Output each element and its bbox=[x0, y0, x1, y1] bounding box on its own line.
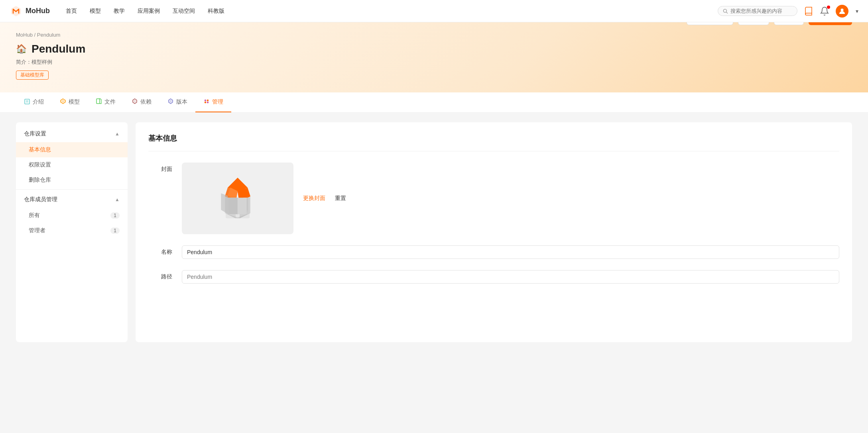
sidebar-section-members: 仓库成员管理 ▲ 所有 1 管理者 1 bbox=[16, 191, 128, 238]
book-icon bbox=[804, 6, 813, 16]
svg-point-18 bbox=[205, 100, 206, 101]
tab-manage-icon bbox=[203, 98, 210, 106]
page-description: 简介：模型样例 bbox=[16, 59, 85, 66]
breadcrumb: MoHub / Pendulum bbox=[16, 32, 852, 38]
logo-text: MoHub bbox=[26, 7, 50, 15]
path-input[interactable] bbox=[182, 270, 839, 284]
svg-point-7 bbox=[841, 8, 844, 11]
svg-marker-17 bbox=[169, 100, 172, 103]
breadcrumb-parent[interactable]: MoHub bbox=[16, 32, 33, 38]
nav-teaching[interactable]: 教学 bbox=[114, 8, 125, 15]
name-content bbox=[182, 245, 839, 259]
main-content: 仓库设置 ▲ 基本信息 权限设置 删除仓库 仓库成员管理 ▲ 所有 bbox=[0, 113, 868, 352]
name-form-row: 名称 bbox=[148, 245, 839, 259]
search-icon bbox=[723, 8, 728, 14]
page-title: Pendulum bbox=[31, 43, 85, 55]
cover-label: 封面 bbox=[148, 163, 172, 173]
sidebar-item-admins[interactable]: 管理者 1 bbox=[16, 223, 128, 238]
model-tag: 基础模型库 bbox=[16, 71, 49, 80]
search-box[interactable] bbox=[718, 6, 797, 16]
svg-marker-34 bbox=[221, 193, 228, 214]
svg-marker-12 bbox=[61, 100, 65, 103]
svg-rect-13 bbox=[96, 99, 100, 104]
nav-edu[interactable]: 科教版 bbox=[208, 8, 224, 15]
avatar-icon bbox=[838, 7, 846, 15]
header-right: ▾ bbox=[718, 5, 858, 18]
sidebar-section-repo-settings-header[interactable]: 仓库设置 ▲ bbox=[16, 125, 128, 142]
cover-image bbox=[182, 163, 293, 234]
cover-change-link[interactable]: 更换封面 bbox=[303, 195, 325, 202]
tab-deps[interactable]: 依赖 bbox=[124, 92, 159, 112]
name-label: 名称 bbox=[148, 245, 172, 256]
svg-point-19 bbox=[207, 100, 209, 101]
tab-model-icon bbox=[60, 98, 66, 106]
sidebar-item-all-members[interactable]: 所有 1 bbox=[16, 208, 128, 223]
sidebar-section-repo-settings: 仓库设置 ▲ 基本信息 权限设置 删除仓库 bbox=[16, 125, 128, 188]
page-title-row: 🏠 Pendulum bbox=[16, 43, 85, 55]
cover-reset-link[interactable]: 重置 bbox=[335, 195, 346, 202]
hero-section: MoHub / Pendulum 🏠 Pendulum 简介：模型样例 基础模型… bbox=[0, 22, 868, 92]
section-divider bbox=[148, 151, 839, 151]
admins-count-badge: 1 bbox=[110, 227, 120, 234]
tab-version[interactable]: 版本 bbox=[159, 92, 195, 112]
header: MoHub 首页 模型 教学 应用案例 互动空间 科教版 bbox=[0, 0, 868, 22]
tab-intro[interactable]: 介绍 bbox=[16, 92, 52, 112]
tab-model[interactable]: 模型 bbox=[52, 92, 88, 112]
cover-actions: 更换封面 重置 bbox=[303, 195, 346, 202]
basic-info-title: 基本信息 bbox=[148, 133, 839, 143]
nav-interactive[interactable]: 互动空间 bbox=[173, 8, 195, 15]
cover-form-row: 封面 bbox=[148, 163, 839, 234]
tab-manage[interactable]: 管理 bbox=[195, 92, 231, 112]
nav-cases[interactable]: 应用案例 bbox=[138, 8, 160, 15]
avatar[interactable] bbox=[836, 5, 848, 18]
mohub-logo-icon bbox=[10, 5, 22, 18]
svg-marker-15 bbox=[134, 100, 136, 103]
breadcrumb-separator: / bbox=[34, 32, 37, 38]
sidebar-item-basic-info[interactable]: 基本信息 bbox=[16, 142, 128, 157]
avatar-dropdown-arrow[interactable]: ▾ bbox=[856, 8, 858, 14]
svg-rect-33 bbox=[228, 198, 238, 214]
nav-model[interactable]: 模型 bbox=[90, 8, 101, 15]
sidebar: 仓库设置 ▲ 基本信息 权限设置 删除仓库 仓库成员管理 ▲ 所有 bbox=[16, 122, 128, 342]
sidebar-item-permissions[interactable]: 权限设置 bbox=[16, 157, 128, 172]
logo-area[interactable]: MoHub bbox=[10, 5, 50, 18]
tabs-bar: 介绍 模型 文件 依赖 bbox=[0, 92, 868, 113]
search-input[interactable] bbox=[730, 8, 792, 14]
tab-files[interactable]: 文件 bbox=[88, 92, 124, 112]
tab-deps-icon bbox=[132, 98, 138, 106]
svg-rect-8 bbox=[25, 99, 30, 104]
members-collapse-icon: ▲ bbox=[115, 197, 120, 202]
notification-wrapper[interactable] bbox=[820, 6, 829, 16]
svg-point-21 bbox=[207, 102, 209, 103]
repo-settings-collapse-icon: ▲ bbox=[115, 131, 120, 137]
main-panel: 基本信息 封面 bbox=[136, 122, 852, 342]
path-content bbox=[182, 270, 839, 284]
name-input[interactable] bbox=[182, 245, 839, 259]
sidebar-divider bbox=[16, 189, 128, 190]
path-label: 路径 bbox=[148, 270, 172, 280]
cover-content: 更换封面 重置 bbox=[182, 163, 839, 234]
main-nav: 首页 模型 教学 应用案例 互动空间 科教版 bbox=[66, 8, 718, 15]
notification-dot bbox=[827, 6, 830, 9]
all-members-count-badge: 1 bbox=[110, 212, 120, 219]
sidebar-section-members-header[interactable]: 仓库成员管理 ▲ bbox=[16, 191, 128, 208]
cover-logo-svg bbox=[214, 174, 262, 222]
svg-point-20 bbox=[205, 102, 206, 103]
svg-line-6 bbox=[726, 12, 727, 13]
page-title-icon: 🏠 bbox=[16, 44, 27, 54]
tab-files-icon bbox=[96, 98, 102, 106]
breadcrumb-current: Pendulum bbox=[37, 32, 61, 38]
path-form-row: 路径 bbox=[148, 270, 839, 284]
book-icon-wrapper[interactable] bbox=[804, 6, 813, 16]
nav-home[interactable]: 首页 bbox=[66, 8, 77, 15]
tab-version-icon bbox=[167, 98, 174, 106]
sidebar-item-delete-repo[interactable]: 删除仓库 bbox=[16, 172, 128, 188]
tab-intro-icon bbox=[24, 98, 30, 106]
